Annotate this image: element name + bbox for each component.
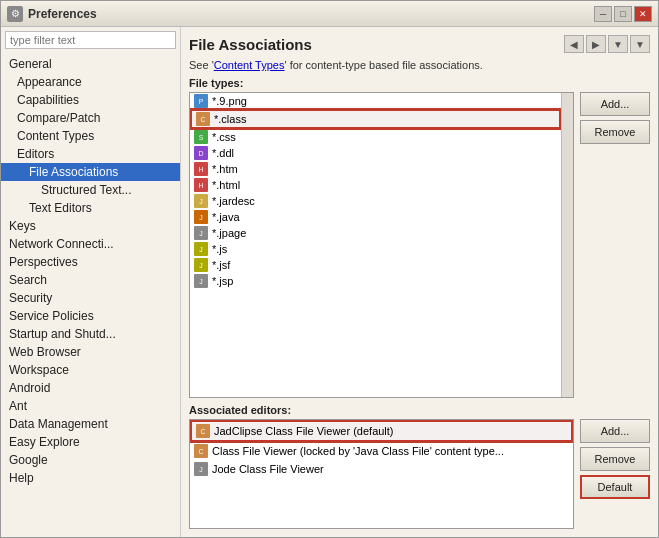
list-item[interactable]: D *.ddl — [190, 145, 561, 161]
right-header: File Associations ◀ ▶ ▼ ▼ — [189, 35, 650, 53]
sidebar-item-data-management[interactable]: Data Management — [1, 415, 180, 433]
list-item[interactable]: J *.jpage — [190, 225, 561, 241]
file-icon-java: J — [194, 210, 208, 224]
file-types-remove-button[interactable]: Remove — [580, 120, 650, 144]
file-icon-jardesc: J — [194, 194, 208, 208]
sidebar-item-easy-explore[interactable]: Easy Explore — [1, 433, 180, 451]
file-icon-class: C — [196, 112, 210, 126]
sidebar-item-workspace[interactable]: Workspace — [1, 361, 180, 379]
associated-editors-section: C JadClipse Class File Viewer (default) … — [189, 419, 650, 529]
list-item[interactable]: H *.htm — [190, 161, 561, 177]
app-icon: ⚙ — [7, 6, 23, 22]
sidebar-item-general[interactable]: General — [1, 55, 180, 73]
file-list-scrollbar[interactable] — [561, 93, 573, 397]
sidebar-item-appearance[interactable]: Appearance — [1, 73, 180, 91]
file-icon-css: S — [194, 130, 208, 144]
sidebar-item-perspectives[interactable]: Perspectives — [1, 253, 180, 271]
editor-icon-classviewer: C — [194, 444, 208, 458]
list-item[interactable]: S *.css — [190, 129, 561, 145]
editors-default-button[interactable]: Default — [580, 475, 650, 499]
window-controls: ─ □ ✕ — [594, 6, 652, 22]
sidebar-item-security[interactable]: Security — [1, 289, 180, 307]
sidebar-item-ant[interactable]: Ant — [1, 397, 180, 415]
editors-remove-button[interactable]: Remove — [580, 447, 650, 471]
file-icon-htm: H — [194, 162, 208, 176]
sidebar-item-search[interactable]: Search — [1, 271, 180, 289]
file-icon-ddl: D — [194, 146, 208, 160]
sidebar-item-startup[interactable]: Startup and Shutd... — [1, 325, 180, 343]
file-types-buttons: Add... Remove — [580, 92, 650, 398]
forward-button[interactable]: ▶ — [586, 35, 606, 53]
list-item[interactable]: C JadClipse Class File Viewer (default) — [190, 420, 573, 442]
file-types-section: P *.9.png C *.class S *.css D — [189, 92, 650, 398]
nav-arrows: ◀ ▶ ▼ ▼ — [564, 35, 650, 53]
tree-area: General Appearance Capabilities Compare/… — [1, 53, 180, 537]
list-item[interactable]: J *.js — [190, 241, 561, 257]
associated-editors-list: C JadClipse Class File Viewer (default) … — [190, 420, 573, 528]
sidebar-item-help[interactable]: Help — [1, 469, 180, 487]
maximize-button[interactable]: □ — [614, 6, 632, 22]
sidebar-item-service-policies[interactable]: Service Policies — [1, 307, 180, 325]
list-item[interactable]: C Class File Viewer (locked by 'Java Cla… — [190, 442, 573, 460]
list-item[interactable]: C *.class — [190, 109, 561, 129]
list-item[interactable]: J *.java — [190, 209, 561, 225]
filter-input[interactable] — [5, 31, 176, 49]
sidebar-item-google[interactable]: Google — [1, 451, 180, 469]
editor-icon-jode: J — [194, 462, 208, 476]
associated-editors-buttons: Add... Remove Default — [580, 419, 650, 529]
list-item[interactable]: H *.html — [190, 177, 561, 193]
list-item[interactable]: J *.jardesc — [190, 193, 561, 209]
title-bar: ⚙ Preferences ─ □ ✕ — [1, 1, 658, 27]
sidebar-item-capabilities[interactable]: Capabilities — [1, 91, 180, 109]
minimize-button[interactable]: ─ — [594, 6, 612, 22]
list-item[interactable]: J Jode Class File Viewer — [190, 460, 573, 478]
sidebar-item-keys[interactable]: Keys — [1, 217, 180, 235]
window-title: Preferences — [28, 7, 594, 21]
content-types-link[interactable]: Content Types — [214, 59, 285, 71]
editor-icon-jadclipse: C — [196, 424, 210, 438]
sidebar-item-content-types[interactable]: Content Types — [1, 127, 180, 145]
content-area: General Appearance Capabilities Compare/… — [1, 27, 658, 537]
back-button[interactable]: ◀ — [564, 35, 584, 53]
file-types-list: P *.9.png C *.class S *.css D — [190, 93, 561, 397]
nav-extra-button[interactable]: ▼ — [630, 35, 650, 53]
sidebar-item-file-associations[interactable]: File Associations — [1, 163, 180, 181]
file-types-label: File types: — [189, 77, 650, 89]
dropdown-button[interactable]: ▼ — [608, 35, 628, 53]
editors-add-button[interactable]: Add... — [580, 419, 650, 443]
close-button[interactable]: ✕ — [634, 6, 652, 22]
associated-editors-label: Associated editors: — [189, 404, 650, 416]
sidebar-item-android[interactable]: Android — [1, 379, 180, 397]
description-text: See 'Content Types' for content-type bas… — [189, 59, 650, 71]
file-icon-html: H — [194, 178, 208, 192]
sidebar-item-editors[interactable]: Editors — [1, 145, 180, 163]
sidebar-item-compare-patch[interactable]: Compare/Patch — [1, 109, 180, 127]
sidebar-item-text-editors[interactable]: Text Editors — [1, 199, 180, 217]
preferences-window: ⚙ Preferences ─ □ ✕ General Appearance C… — [0, 0, 659, 538]
left-panel: General Appearance Capabilities Compare/… — [1, 27, 181, 537]
list-item[interactable]: J *.jsp — [190, 273, 561, 289]
sidebar-item-web-browser[interactable]: Web Browser — [1, 343, 180, 361]
page-title: File Associations — [189, 36, 312, 53]
right-panel: File Associations ◀ ▶ ▼ ▼ See 'Content T… — [181, 27, 658, 537]
sidebar-item-network[interactable]: Network Connecti... — [1, 235, 180, 253]
list-item[interactable]: J *.jsf — [190, 257, 561, 273]
file-icon-js: J — [194, 242, 208, 256]
file-icon-png: P — [194, 94, 208, 108]
file-icon-jpage: J — [194, 226, 208, 240]
list-item[interactable]: P *.9.png — [190, 93, 561, 109]
file-icon-jsf: J — [194, 258, 208, 272]
file-types-add-button[interactable]: Add... — [580, 92, 650, 116]
sidebar-item-structured-text[interactable]: Structured Text... — [1, 181, 180, 199]
file-icon-jsp: J — [194, 274, 208, 288]
